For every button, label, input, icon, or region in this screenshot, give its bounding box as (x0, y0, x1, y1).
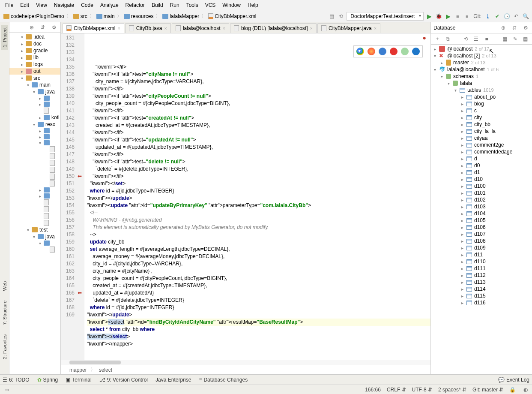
project-node[interactable] (9, 180, 60, 187)
vcs-tab[interactable]: ⎇ 9: Version Control (99, 377, 148, 383)
project-node[interactable] (9, 153, 60, 159)
breadcrumb-item[interactable]: main (96, 13, 116, 20)
db-new-icon[interactable]: ＋ (434, 35, 440, 43)
git-pull-icon[interactable]: ⭳ (484, 12, 492, 20)
db-table-icon[interactable]: ▦ (502, 35, 508, 43)
db-sync-icon[interactable]: ⟲ (463, 35, 469, 43)
locate-icon[interactable]: ⊕ (28, 24, 36, 31)
project-node[interactable]: ▸kotl (9, 114, 60, 121)
db-node[interactable]: ▸c (431, 107, 532, 114)
db-node[interactable]: ▸d109 (431, 244, 532, 251)
menu-build[interactable]: Build (148, 1, 167, 9)
db-add-icon[interactable]: ⊕ (499, 24, 507, 32)
stop-icon[interactable]: ■ (454, 12, 461, 20)
project-node[interactable]: ▾src (9, 75, 60, 81)
editor-tab[interactable]: lalala@localhost× (172, 23, 229, 33)
db-node[interactable]: ▾lalala (431, 80, 532, 87)
db-node[interactable]: ▸d115 (431, 292, 532, 299)
project-node[interactable]: ▾test (9, 226, 60, 233)
db-node[interactable]: ▸d114 (431, 286, 532, 292)
project-node[interactable]: ▾java (9, 88, 60, 95)
project-node[interactable] (9, 107, 60, 114)
menu-file[interactable]: File (2, 1, 17, 9)
db-node[interactable]: ▸blog (431, 100, 532, 107)
db-node[interactable]: ▸@localhost 2 of 17 (431, 45, 532, 52)
menu-help[interactable]: Help (244, 1, 262, 9)
toolwindow-favorites-tab[interactable]: 2: Favorites (1, 332, 8, 361)
db-stop-icon[interactable]: ■ (484, 35, 490, 43)
project-node[interactable]: ▾ (9, 240, 60, 246)
db-node[interactable]: ▸city (431, 114, 532, 121)
project-node[interactable]: ▾.idea (9, 33, 60, 40)
db-node[interactable]: ▸d106 (431, 224, 532, 231)
breadcrumb-item[interactable]: src (72, 13, 88, 20)
db-node[interactable]: ▸d108 (431, 238, 532, 244)
db-node[interactable]: ▸d110 (431, 258, 532, 265)
collapse-icon[interactable]: ⇵ (39, 24, 47, 31)
db-ddl-icon[interactable]: ▤ (523, 35, 529, 43)
project-node[interactable]: ▸gradle (9, 47, 60, 54)
breadcrumb-item[interactable]: resources (123, 13, 155, 20)
safari-icon[interactable] (379, 48, 386, 55)
stop2-icon[interactable]: ■ (463, 12, 471, 20)
db-console-icon[interactable]: ☰ (473, 35, 479, 43)
db-node[interactable]: ▾✖@localhost [2] 2 of 13 (431, 52, 532, 59)
db-dup-icon[interactable]: ⧉ (445, 35, 451, 43)
project-node[interactable]: ▸out (9, 68, 60, 75)
close-icon[interactable]: × (374, 26, 377, 31)
sync-icon[interactable]: ⟲ (337, 12, 345, 20)
menu-view[interactable]: View (33, 1, 51, 9)
git-history-icon[interactable]: 🕓 (503, 12, 511, 20)
db-node[interactable]: ▸d111 (431, 265, 532, 272)
chrome-icon[interactable] (356, 48, 364, 55)
build-icon[interactable]: ▤ (328, 12, 335, 20)
gutter-error-icon[interactable]: ⬅ (76, 289, 83, 296)
db-node[interactable]: ▸d103 (431, 203, 532, 210)
line-ending[interactable]: CRLF ⇵ (387, 387, 406, 393)
settings-icon[interactable]: ⚙ (50, 24, 58, 31)
close-icon[interactable]: × (310, 26, 313, 31)
firefox-icon[interactable] (368, 48, 375, 55)
breadcrumb-item[interactable]: lalalaMapper (161, 13, 200, 20)
jee-tab[interactable]: Java Enterprise (155, 377, 191, 383)
menu-vcs[interactable]: VCS (202, 1, 219, 9)
db-node[interactable]: ▸d116 (431, 299, 532, 306)
breadcrumb-item[interactable]: CityBbMapper.xml (207, 13, 257, 20)
crumb-select[interactable]: select (99, 367, 112, 373)
git-revert-icon[interactable]: ↶ (512, 12, 520, 20)
inspector-icon[interactable]: ◐ (522, 386, 529, 394)
project-node[interactable]: ▾reso (9, 121, 60, 128)
project-node[interactable]: ▾ (9, 140, 60, 146)
project-node[interactable] (9, 199, 60, 206)
toolwindow-structure-tab[interactable]: 7: Structure (1, 298, 8, 328)
db-node[interactable]: ▸d11 (431, 251, 532, 258)
coverage-icon[interactable]: ▶ (444, 12, 452, 20)
editor-tab[interactable]: CityBbMapper.xml× (63, 23, 124, 33)
close-icon[interactable]: × (223, 26, 225, 31)
project-node[interactable] (9, 146, 60, 153)
db-node[interactable]: ▾🐬lalala@localhost 1 of 6 (431, 66, 532, 73)
terminal-tab[interactable]: ▣ Terminal (66, 377, 91, 383)
db-node[interactable]: ▸about_po (431, 93, 532, 100)
project-node[interactable] (9, 213, 60, 220)
db-node[interactable]: ▸d107 (431, 231, 532, 238)
project-node[interactable] (9, 173, 60, 180)
run-icon[interactable]: ▶ (425, 12, 433, 20)
project-node[interactable] (9, 159, 60, 166)
crumb-mapper[interactable]: mapper (69, 367, 87, 373)
db-node[interactable]: ▸city_la_la (431, 128, 532, 135)
project-node[interactable]: ▸logs (9, 61, 60, 68)
db-node[interactable]: ▸d113 (431, 279, 532, 286)
db-node[interactable]: ▸comment2ge (431, 141, 532, 148)
menu-code[interactable]: Code (78, 1, 97, 9)
spring-tab[interactable]: ✿ Spring (37, 377, 58, 383)
run-config-select[interactable]: DoctorMapperTest.testinsert (347, 12, 424, 21)
edge-icon[interactable] (412, 48, 420, 55)
git-branch[interactable]: Git: master ⇵ (472, 387, 503, 393)
db-node[interactable]: ▸cityaa (431, 135, 532, 141)
menu-edit[interactable]: Edit (17, 1, 33, 9)
editor-tab[interactable]: blog (DDL) [lalala@localhost]× (230, 23, 317, 33)
dbchanges-tab[interactable]: ≡ Database Changes (199, 377, 248, 383)
menu-run[interactable]: Run (167, 1, 183, 9)
db-node[interactable]: ▸master 2 of 13 (431, 59, 532, 66)
